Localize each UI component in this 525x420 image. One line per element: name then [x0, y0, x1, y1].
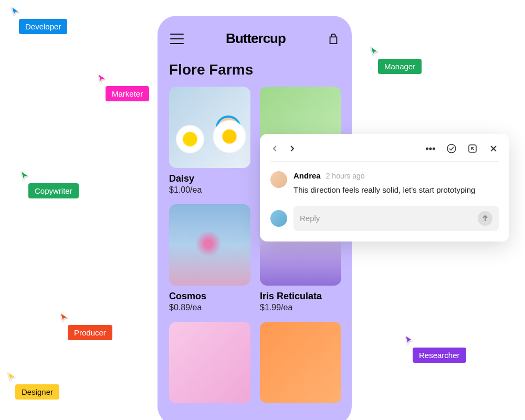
comment-header: •••: [270, 143, 499, 162]
product-card-5[interactable]: [169, 322, 250, 408]
dock-icon[interactable]: [467, 143, 478, 154]
cursor-icon: [59, 312, 69, 322]
role-tag-researcher: Researcher: [413, 348, 466, 363]
reply-row: [270, 206, 499, 231]
section-title: Flore Farms: [169, 61, 340, 78]
phone-header: Buttercup: [169, 27, 340, 47]
product-image: [169, 322, 250, 403]
cursor-icon: [7, 372, 16, 381]
close-icon[interactable]: [488, 143, 499, 154]
product-name: Daisy: [169, 173, 250, 184]
commenter-avatar: [270, 171, 287, 188]
product-image: [260, 322, 341, 403]
product-name: Cosmos: [169, 291, 250, 302]
comment-timestamp: 2 hours ago: [326, 172, 365, 180]
product-price: $0.89/ea: [169, 303, 250, 312]
product-price: $1.99/ea: [260, 303, 341, 312]
cursor-icon: [370, 46, 379, 56]
cursor-manager: Manager: [370, 46, 422, 74]
comment-nav: [270, 144, 297, 153]
comment-text: This direction feels really solid, let's…: [293, 184, 499, 196]
svg-point-0: [447, 144, 456, 153]
menu-icon[interactable]: [170, 34, 184, 44]
product-image: [169, 204, 250, 286]
resolve-icon[interactable]: [446, 143, 457, 154]
product-card-cosmos[interactable]: Cosmos $0.89/ea: [169, 204, 250, 312]
role-tag-developer: Developer: [19, 19, 67, 34]
cursor-developer: Developer: [10, 6, 67, 34]
role-tag-marketer: Marketer: [106, 86, 149, 101]
avatar-icon: [218, 118, 239, 139]
cursor-designer: Designer: [7, 372, 59, 400]
comment-actions: •••: [425, 143, 499, 154]
role-tag-manager: Manager: [378, 59, 422, 74]
product-name: Iris Reticulata: [260, 291, 341, 302]
comment-panel: ••• Andrea 2 hours ago This direction fe…: [260, 134, 509, 242]
cursor-copywriter: Copywriter: [20, 171, 79, 198]
role-tag-copywriter: Copywriter: [28, 183, 79, 198]
cursor-researcher: Researcher: [404, 335, 466, 363]
cursor-marketer: Marketer: [97, 74, 149, 101]
prev-comment-icon[interactable]: [270, 144, 279, 153]
comment-pin-avatar[interactable]: [216, 116, 241, 141]
product-price: $1.00/ea: [169, 185, 250, 195]
next-comment-icon[interactable]: [288, 144, 297, 153]
cursor-icon: [404, 335, 414, 344]
cursor-producer: Producer: [59, 312, 112, 340]
comment-body: Andrea 2 hours ago This direction feels …: [270, 171, 499, 196]
cursor-icon: [97, 74, 107, 83]
commenter-name: Andrea: [293, 171, 321, 180]
shopping-bag-icon[interactable]: [328, 33, 339, 45]
reply-input-container[interactable]: [293, 206, 499, 231]
product-image: [169, 87, 250, 168]
send-reply-button[interactable]: [478, 211, 492, 226]
cursor-icon: [10, 6, 20, 16]
brand-title: Buttercup: [226, 30, 286, 47]
product-card-6[interactable]: [260, 322, 341, 408]
current-user-avatar: [270, 210, 287, 227]
product-card-daisy[interactable]: Daisy $1.00/ea: [169, 87, 250, 195]
more-icon[interactable]: •••: [425, 143, 436, 154]
role-tag-producer: Producer: [68, 325, 112, 340]
cursor-icon: [20, 171, 29, 180]
role-tag-designer: Designer: [15, 384, 59, 400]
reply-input[interactable]: [300, 214, 478, 223]
